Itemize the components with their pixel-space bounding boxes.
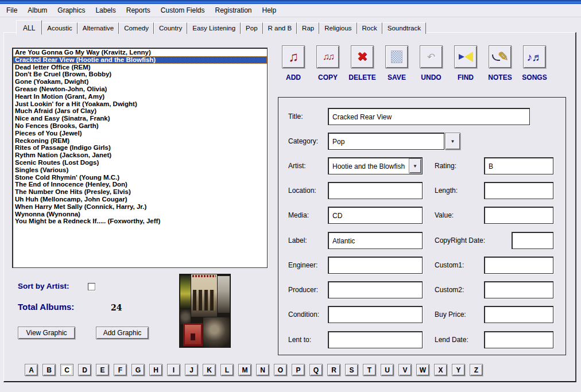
- undo-button[interactable]: ↶: [420, 45, 443, 68]
- letter-button[interactable]: M: [238, 364, 251, 376]
- letter-button[interactable]: S: [345, 364, 358, 376]
- album-list-item[interactable]: Pieces of You (Jewel): [13, 130, 267, 137]
- album-list-item[interactable]: Don't Be Cruel (Brown, Bobby): [13, 71, 267, 78]
- lend-date-field[interactable]: [484, 331, 553, 348]
- menu-item[interactable]: Album: [22, 5, 52, 16]
- category-tab[interactable]: ALL: [16, 20, 42, 35]
- condition-field[interactable]: [328, 306, 423, 323]
- category-dropdown-arrow[interactable]: ▼: [445, 133, 460, 150]
- letter-button[interactable]: H: [149, 364, 162, 376]
- custom1-field[interactable]: [484, 257, 553, 274]
- copyright-date-field[interactable]: [512, 232, 553, 249]
- album-list-item[interactable]: Gone (Yoakam, Dwight): [13, 78, 267, 86]
- letter-button[interactable]: D: [78, 364, 91, 376]
- album-list-item[interactable]: Much Afraid (Jars of Clay): [13, 107, 267, 115]
- letter-button[interactable]: V: [398, 364, 412, 376]
- letter-button[interactable]: E: [96, 364, 109, 376]
- album-list-item[interactable]: Reckoning (REM): [13, 137, 267, 145]
- buy-price-field[interactable]: [484, 306, 553, 323]
- album-list-item[interactable]: Cracked Rear View (Hootie and the Blowfi…: [13, 56, 267, 64]
- letter-button[interactable]: B: [42, 364, 56, 376]
- category-tab[interactable]: Rap: [297, 22, 319, 34]
- letter-button[interactable]: J: [185, 364, 198, 376]
- album-list-item[interactable]: The End of Innocence (Henley, Don): [13, 181, 267, 188]
- menu-item[interactable]: Custom Fields: [156, 5, 210, 16]
- menu-item[interactable]: Graphics: [52, 5, 90, 16]
- album-list-item[interactable]: Scenic Routes (Lost Dogs): [13, 159, 267, 166]
- letter-button[interactable]: X: [434, 364, 447, 376]
- find-button[interactable]: [454, 45, 477, 68]
- album-list-item[interactable]: When Harry Met Sally (Connick, Harry, Jr…: [13, 203, 267, 211]
- category-tab[interactable]: R and B: [263, 22, 297, 34]
- add-button[interactable]: ♫: [282, 45, 305, 68]
- letter-button[interactable]: R: [327, 364, 340, 376]
- category-tab[interactable]: Country: [154, 22, 187, 34]
- album-list-item[interactable]: Dead letter Office (REM): [13, 64, 267, 71]
- album-list-item[interactable]: You Might be a Redneck If..... (Foxworth…: [13, 218, 267, 225]
- category-tab[interactable]: Soundtrack: [382, 22, 426, 34]
- producer-field[interactable]: [328, 281, 423, 298]
- album-list-item[interactable]: The Number One Hits (Presley, Elvis): [13, 188, 267, 196]
- letter-button[interactable]: Z: [470, 364, 483, 376]
- album-list-item[interactable]: Nice and Easy (Sinatra, Frank): [13, 115, 267, 122]
- album-list-item[interactable]: Heart In Motion (Grant, Amy): [13, 93, 267, 100]
- category-tab[interactable]: Easy Listening: [187, 22, 241, 34]
- copy-button[interactable]: ♫♫: [316, 45, 339, 68]
- album-listbox[interactable]: Are You Gonna Go My Way (Kravitz, Lenny)…: [12, 48, 268, 268]
- add-graphic-button[interactable]: Add Graphic: [96, 327, 149, 339]
- letter-button[interactable]: A: [25, 364, 38, 376]
- label-field[interactable]: [328, 232, 423, 249]
- menu-item[interactable]: Registration: [210, 5, 257, 16]
- menu-item[interactable]: Reports: [121, 5, 156, 16]
- view-graphic-button[interactable]: View Graphic: [18, 327, 75, 339]
- letter-button[interactable]: T: [363, 364, 376, 376]
- letter-button[interactable]: K: [203, 364, 216, 376]
- category-tab[interactable]: Acoustic: [42, 22, 77, 34]
- media-field[interactable]: [328, 207, 423, 224]
- category-tab[interactable]: Religious: [319, 22, 357, 34]
- menu-item[interactable]: File: [1, 5, 22, 16]
- letter-button[interactable]: U: [381, 364, 394, 376]
- letter-button[interactable]: O: [274, 364, 287, 376]
- letter-button[interactable]: G: [131, 364, 145, 376]
- album-list-item[interactable]: No Fences (Brooks, Garth): [13, 122, 267, 130]
- lent-to-field[interactable]: [328, 331, 423, 348]
- letter-button[interactable]: Q: [309, 364, 323, 376]
- delete-button[interactable]: ✖: [351, 45, 374, 68]
- sort-by-artist-checkbox[interactable]: [88, 283, 95, 290]
- engineer-field[interactable]: [328, 257, 423, 274]
- length-field[interactable]: [484, 182, 553, 199]
- category-tab[interactable]: Comedy: [119, 22, 154, 34]
- album-list-item[interactable]: Grease (Newton-John, Olivia): [13, 86, 267, 93]
- save-button[interactable]: [385, 45, 408, 68]
- location-field[interactable]: [328, 182, 423, 199]
- album-list-item[interactable]: Uh Huh (Melloncamp, John Cougar): [13, 196, 267, 203]
- title-field[interactable]: [328, 108, 530, 125]
- category-tab[interactable]: Pop: [241, 22, 262, 34]
- letter-button[interactable]: C: [60, 364, 73, 376]
- album-list-item[interactable]: Are You Gonna Go My Way (Kravitz, Lenny): [13, 49, 267, 56]
- letter-button[interactable]: N: [256, 364, 269, 376]
- letter-button[interactable]: I: [167, 364, 180, 376]
- category-tab[interactable]: Rock: [357, 22, 382, 34]
- album-list-item[interactable]: Stone Cold Rhymin' (Young M.C.): [13, 174, 267, 181]
- artist-dropdown-arrow[interactable]: ▼: [409, 158, 421, 173]
- value-field[interactable]: [484, 207, 553, 224]
- category-tab[interactable]: Alternative: [78, 22, 119, 34]
- menu-item[interactable]: Labels: [90, 5, 121, 16]
- letter-button[interactable]: L: [220, 364, 234, 376]
- menu-item[interactable]: Help: [257, 5, 282, 16]
- letter-button[interactable]: Y: [452, 364, 465, 376]
- letter-button[interactable]: F: [114, 364, 127, 376]
- album-list-item[interactable]: Just Lookin' for a Hit (Yoakam, Dwight): [13, 100, 267, 108]
- album-list-item[interactable]: Singles (Various): [13, 166, 267, 174]
- songs-button[interactable]: ♪♬: [523, 45, 546, 68]
- album-list-item[interactable]: Rites of Passage (Indigo Girls): [13, 144, 267, 152]
- rating-field[interactable]: [484, 157, 553, 174]
- category-field[interactable]: [328, 133, 444, 150]
- letter-button[interactable]: W: [416, 364, 429, 376]
- album-list-item[interactable]: Wynonna (Wynonna): [13, 211, 267, 218]
- album-list-item[interactable]: Rythm Nation (Jackson, Janet): [13, 152, 267, 159]
- letter-button[interactable]: P: [292, 364, 305, 376]
- custom2-field[interactable]: [484, 281, 553, 298]
